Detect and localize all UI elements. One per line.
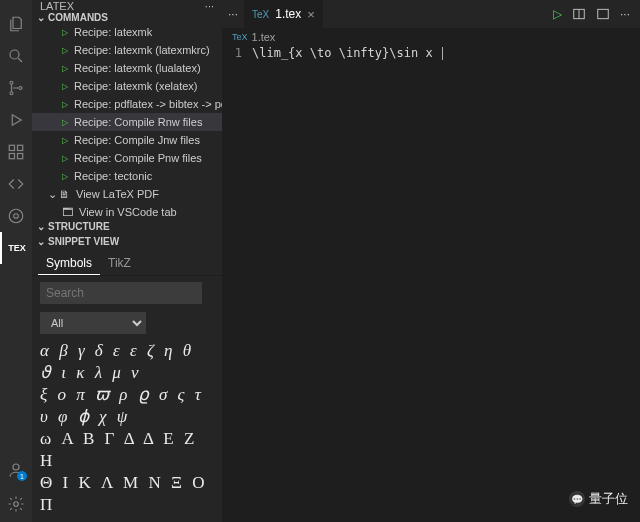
editor-tab-bar: ··· TeX 1.tex × ▷ ··· bbox=[222, 0, 640, 28]
breadcrumb[interactable]: TeX 1.tex bbox=[222, 28, 640, 46]
search-icon[interactable] bbox=[0, 40, 32, 72]
source-control-icon[interactable] bbox=[0, 72, 32, 104]
section-commands[interactable]: ⌄ COMMANDS bbox=[32, 12, 222, 23]
symbol-row[interactable]: Θ I K Λ M N Ξ O Π bbox=[40, 472, 214, 516]
svg-point-3 bbox=[19, 87, 22, 90]
symbol-search-input[interactable] bbox=[40, 282, 202, 304]
tex-file-icon: TeX bbox=[232, 32, 248, 42]
symbol-row[interactable]: ω A B Γ Δ Δ E Z H bbox=[40, 428, 214, 472]
sidebar-title: LATEX ··· bbox=[32, 0, 222, 12]
recipe-item[interactable]: ▷Recipe: latexmk (latexmkrc) bbox=[32, 41, 222, 59]
symbol-row[interactable]: α β γ δ ε ε ζ η θ ϑ ι κ λ μ ν bbox=[40, 340, 214, 384]
section-structure-label: STRUCTURE bbox=[48, 221, 110, 232]
sidebar-title-label: LATEX bbox=[40, 0, 74, 12]
editor-tab-label: 1.tex bbox=[275, 7, 301, 21]
recipe-item[interactable]: ▷Recipe: Compile Jnw files bbox=[32, 131, 222, 149]
tab-more-icon[interactable]: ··· bbox=[222, 7, 244, 21]
recipe-item[interactable]: ▷Recipe: latexmk bbox=[32, 23, 222, 41]
chevron-down-icon: ⌄ bbox=[34, 12, 48, 23]
files-icon[interactable] bbox=[0, 8, 32, 40]
run-debug-icon[interactable] bbox=[0, 104, 32, 136]
recipe-item[interactable]: ▷Recipe: pdflatex -> bibtex -> pdflat... bbox=[32, 95, 222, 113]
watermark-text: 量子位 bbox=[589, 490, 628, 508]
editor-tab[interactable]: TeX 1.tex × bbox=[244, 0, 323, 28]
symbol-grid[interactable]: α β γ δ ε ε ζ η θ ϑ ι κ λ μ ν ξ ο π ϖ ρ … bbox=[32, 336, 222, 522]
symbol-category-select[interactable]: All bbox=[40, 312, 146, 334]
more-icon[interactable]: ··· bbox=[205, 0, 214, 12]
svg-point-10 bbox=[13, 464, 19, 470]
extensions-icon[interactable] bbox=[0, 136, 32, 168]
code-line[interactable]: \lim_{x \to \infty}\sin x bbox=[252, 46, 443, 60]
recipe-item[interactable]: ▷Recipe: latexmk (lualatex) bbox=[32, 59, 222, 77]
svg-rect-7 bbox=[18, 154, 23, 159]
recipe-item-selected[interactable]: ▷Recipe: Compile Rnw files bbox=[32, 113, 222, 131]
section-snippet-label: SNIPPET VIEW bbox=[48, 236, 119, 247]
editor-area: ··· TeX 1.tex × ▷ ··· TeX 1.tex 1 \lim_{… bbox=[222, 0, 640, 522]
tex-file-icon: TeX bbox=[252, 9, 269, 20]
section-structure[interactable]: ⌄ STRUCTURE bbox=[32, 221, 222, 232]
accounts-icon[interactable]: 1 bbox=[0, 454, 32, 486]
tab-symbols[interactable]: Symbols bbox=[38, 252, 100, 275]
remote-icon[interactable] bbox=[0, 168, 32, 200]
svg-rect-4 bbox=[9, 145, 14, 150]
text-cursor bbox=[442, 47, 443, 60]
layout-icon[interactable] bbox=[596, 7, 610, 21]
activity-bar: TEX 1 bbox=[0, 0, 32, 522]
recipe-item[interactable]: ▷Recipe: Compile Pnw files bbox=[32, 149, 222, 167]
view-pdf-item[interactable]: ⌄🗎View LaTeX PDF bbox=[32, 185, 222, 203]
run-icon[interactable]: ▷ bbox=[553, 7, 562, 21]
tab-tikz[interactable]: TikZ bbox=[100, 252, 139, 275]
recipe-item[interactable]: ▷Recipe: latexmk (xelatex) bbox=[32, 77, 222, 95]
svg-rect-13 bbox=[598, 9, 609, 18]
preview-icon: 🗔 bbox=[62, 206, 73, 218]
watermark: 💬 量子位 bbox=[569, 490, 628, 508]
view-vscode-tab-item[interactable]: 🗔View in VSCode tab bbox=[32, 203, 222, 221]
svg-point-0 bbox=[10, 50, 19, 59]
editor-actions: ▷ ··· bbox=[553, 7, 640, 21]
editor-more-icon[interactable]: ··· bbox=[620, 7, 630, 21]
sidebar: LATEX ··· ⌄ COMMANDS ▷Recipe: latexmk ▷R… bbox=[32, 0, 222, 522]
line-number: 1 bbox=[222, 46, 252, 60]
breadcrumb-file: 1.tex bbox=[252, 31, 276, 43]
chevron-down-icon: ⌄ bbox=[34, 221, 48, 232]
file-pdf-icon: 🗎 bbox=[59, 188, 70, 200]
recipe-item[interactable]: ▷Recipe: tectonic bbox=[32, 167, 222, 185]
section-commands-label: COMMANDS bbox=[48, 12, 108, 23]
snippet-view: ⌄ SNIPPET VIEW Symbols TikZ All α β γ δ … bbox=[32, 232, 222, 522]
close-icon[interactable]: × bbox=[307, 7, 315, 22]
svg-point-9 bbox=[14, 214, 19, 219]
svg-point-2 bbox=[10, 92, 13, 95]
commands-tree: ▷Recipe: latexmk ▷Recipe: latexmk (latex… bbox=[32, 23, 222, 221]
settings-gear-icon[interactable] bbox=[0, 488, 32, 520]
chevron-down-icon: ⌄ bbox=[48, 188, 57, 201]
svg-point-8 bbox=[9, 209, 23, 223]
snippet-tabs: Symbols TikZ bbox=[32, 250, 222, 276]
chevron-down-icon: ⌄ bbox=[34, 236, 48, 247]
svg-rect-5 bbox=[18, 145, 23, 150]
section-snippet[interactable]: ⌄ SNIPPET VIEW bbox=[32, 232, 222, 250]
svg-point-1 bbox=[10, 81, 13, 84]
split-editor-icon[interactable] bbox=[572, 7, 586, 21]
wechat-icon: 💬 bbox=[569, 491, 585, 507]
accounts-badge: 1 bbox=[17, 471, 27, 481]
svg-rect-6 bbox=[9, 154, 14, 159]
symbol-row[interactable]: ξ ο π ϖ ρ ϱ σ ς τ υ φ ϕ χ ψ bbox=[40, 384, 214, 428]
testing-icon[interactable] bbox=[0, 200, 32, 232]
svg-point-11 bbox=[14, 502, 19, 507]
latex-workshop-icon[interactable]: TEX bbox=[0, 232, 32, 264]
code-area[interactable]: 1 \lim_{x \to \infty}\sin x bbox=[222, 46, 640, 60]
